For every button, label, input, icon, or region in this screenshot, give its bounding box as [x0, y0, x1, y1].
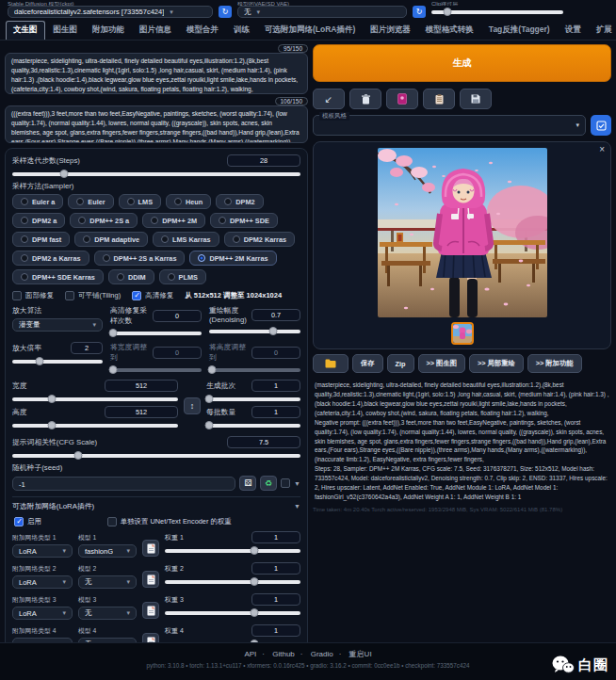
sampler-option[interactable]: Euler [68, 194, 113, 209]
lora-info-button[interactable] [142, 540, 159, 557]
paste-prompt-button[interactable]: ↙ [313, 89, 345, 109]
apply-style-button[interactable] [423, 89, 455, 109]
gallery-thumbnail[interactable] [451, 322, 474, 345]
height-slider[interactable] [12, 424, 178, 428]
clear-prompt-button[interactable] [349, 89, 381, 109]
width-slider[interactable] [12, 397, 178, 401]
refresh-checkpoint-button[interactable]: ↻ [219, 6, 232, 18]
open-folder-button[interactable] [313, 354, 349, 373]
tiling-checkbox[interactable]: 可平铺(Tiling) [65, 291, 121, 300]
send-to-inpaint-button[interactable]: >> 局部重绘 [469, 354, 524, 373]
sampler-option[interactable]: DPM2 [216, 194, 263, 209]
upscale-by-value[interactable]: 2 [71, 342, 103, 354]
vae-dropdown[interactable]: 无 ▾ [237, 6, 407, 18]
sampler-option[interactable]: DPM2 Karras [224, 232, 295, 247]
lora-info-button[interactable] [142, 571, 159, 588]
sampler-option[interactable]: LMS Karras [153, 232, 219, 247]
cfg-scale-value[interactable]: 7.5 [227, 436, 300, 448]
tab-model-converter[interactable]: 模型格式转换 [419, 22, 480, 40]
sampler-option[interactable]: DDIM [108, 269, 154, 284]
sampler-option[interactable]: DPM fast [12, 232, 70, 247]
resize-width-value[interactable]: 0 [153, 347, 202, 359]
close-icon[interactable]: × [599, 144, 605, 154]
sampler-option[interactable]: DPM++ 2M [142, 213, 205, 228]
clip-skip-slider[interactable] [431, 6, 563, 18]
api-link[interactable]: API [244, 650, 256, 658]
resize-height-slider[interactable] [209, 368, 300, 372]
batch-size-value[interactable]: 1 [251, 406, 300, 418]
resize-width-slider[interactable] [110, 368, 202, 372]
batch-count-slider[interactable] [206, 397, 300, 401]
sampler-option[interactable]: DPM2 a [12, 213, 65, 228]
sampler-option[interactable]: DPM++ SDE Karras [12, 269, 104, 284]
extra-seed-checkbox[interactable] [281, 478, 290, 488]
lora-weight-slider[interactable] [165, 580, 300, 584]
cfg-scale-slider[interactable] [12, 454, 300, 458]
lora-weight-slider[interactable] [165, 549, 300, 553]
tab-settings[interactable]: 设置 [559, 22, 588, 40]
tab-train[interactable]: 训练 [227, 22, 256, 40]
sampler-option[interactable]: DPM++ SDE [210, 213, 278, 228]
lora-weight-value[interactable]: 1 [251, 593, 300, 606]
denoising-value[interactable]: 0.7 [251, 309, 300, 321]
tab-extras[interactable]: 附加功能 [86, 22, 131, 40]
lora-weight-slider[interactable] [165, 611, 300, 615]
send-to-img2img-button[interactable]: >> 图生图 [418, 354, 465, 373]
style-select-button[interactable] [591, 115, 611, 136]
lora-info-button[interactable] [142, 602, 159, 619]
sampler-option[interactable]: DPM2 a Karras [12, 251, 89, 266]
generate-button[interactable]: 生成 [313, 44, 611, 82]
style-dropdown[interactable]: 模板风格 ▾ [313, 115, 586, 136]
checkpoint-dropdown[interactable]: dalceforealistictallyv2.safetensors [733… [8, 6, 213, 18]
generated-image[interactable] [378, 148, 547, 317]
tab-txt2img[interactable]: 文生图 [6, 21, 45, 40]
sampler-option[interactable]: Euler a [12, 194, 63, 209]
sampler-option-selected[interactable]: DPM++ 2M Karras [189, 251, 276, 266]
github-link[interactable]: Github [272, 650, 295, 658]
lora-model-dropdown[interactable]: fashionG▾ [78, 544, 137, 558]
random-seed-button[interactable]: ⚄ [239, 476, 256, 491]
sampler-option[interactable]: Heun [166, 194, 211, 209]
save-image-button[interactable]: 保存 [352, 354, 383, 373]
lora-type-dropdown[interactable]: LoRA▾ [12, 575, 73, 589]
lora-model-dropdown[interactable]: 无▾ [78, 575, 137, 589]
steps-value[interactable]: 28 [227, 154, 300, 167]
send-to-extras-button[interactable]: >> 附加功能 [527, 354, 582, 373]
extra-networks-button[interactable] [386, 89, 418, 109]
width-value[interactable]: 512 [105, 380, 178, 392]
reuse-seed-button[interactable]: ♻ [260, 476, 277, 491]
prompt-input[interactable]: (masterpiece, sidelighting, ultra-detail… [5, 53, 308, 94]
save-style-button[interactable] [460, 89, 492, 109]
gradio-link[interactable]: Gradio [311, 650, 333, 658]
refresh-vae-button[interactable]: ↻ [413, 6, 426, 18]
lora-collapse-icon[interactable]: ▼ [294, 503, 300, 510]
reload-ui-link[interactable]: 重启UI [349, 650, 372, 658]
tab-img2img[interactable]: 图生图 [47, 22, 85, 40]
hires-fix-checkbox[interactable]: 高清修复 [132, 291, 173, 300]
height-value[interactable]: 512 [105, 406, 178, 418]
batch-size-slider[interactable] [206, 424, 300, 428]
sampler-option[interactable]: LMS [119, 194, 161, 209]
hires-steps-value[interactable]: 0 [153, 310, 202, 322]
lora-separate-weights-checkbox[interactable]: 单独设置 UNet/Text Encoder 的权重 [107, 517, 232, 526]
upscaler-dropdown[interactable]: 潜变量▾ [12, 318, 103, 332]
upscale-by-slider[interactable] [12, 360, 103, 364]
sampler-option[interactable]: PLMS [159, 269, 206, 284]
lora-model-dropdown[interactable]: 无▾ [78, 607, 137, 620]
denoising-slider[interactable] [209, 330, 300, 333]
seed-input[interactable]: -1 [12, 477, 235, 491]
lora-enable-checkbox[interactable]: 启用 [14, 517, 41, 526]
tab-png-info[interactable]: 图片信息 [133, 22, 178, 40]
sampler-option[interactable]: DPM++ 2S a Karras [94, 251, 186, 266]
hires-steps-slider[interactable] [110, 332, 202, 335]
sampler-option[interactable]: DPM++ 2S a [70, 213, 138, 228]
restore-faces-checkbox[interactable]: 面部修复 [12, 291, 54, 300]
lora-type-dropdown[interactable]: LoRA▾ [12, 544, 73, 558]
zip-button[interactable]: Zip [387, 354, 414, 373]
batch-count-value[interactable]: 1 [251, 380, 300, 392]
negative-prompt-input[interactable]: (((extra feet))),3 feet,more than two fe… [5, 105, 308, 143]
tab-additional-networks[interactable]: 可选附加网络(LoRA插件) [258, 22, 362, 40]
sampler-option[interactable]: DPM adaptive [74, 232, 148, 247]
lora-type-dropdown[interactable]: LoRA▾ [12, 607, 73, 620]
seed-collapse-icon[interactable]: ▼ [294, 480, 300, 487]
